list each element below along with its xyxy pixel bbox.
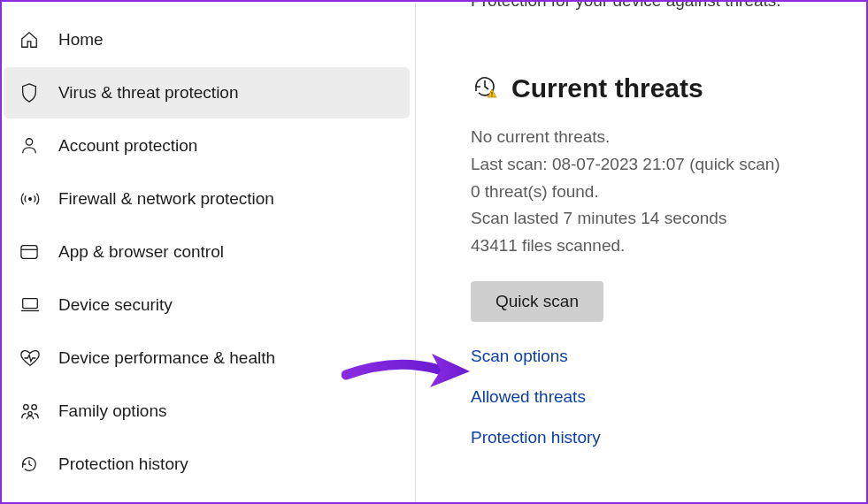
- annotation-border: [0, 0, 868, 504]
